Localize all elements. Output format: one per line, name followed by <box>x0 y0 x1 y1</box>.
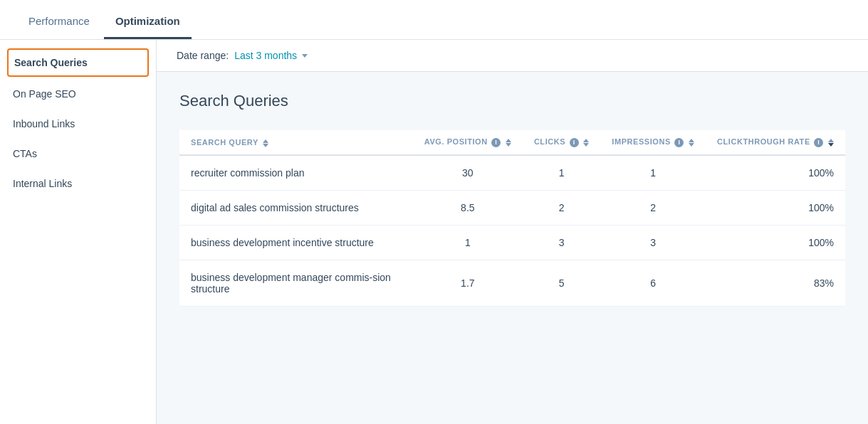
cell-clickthrough-rate: 83% <box>706 260 845 306</box>
sidebar: Search Queries On Page SEO Inbound Links… <box>0 40 157 424</box>
info-icon-impressions[interactable]: i <box>674 138 684 147</box>
sort-icon-clickthrough-rate[interactable] <box>828 139 834 147</box>
table-section: Search Queries SEARCH QUERY AVG. POSITIO… <box>157 72 868 327</box>
cell-clicks: 3 <box>523 225 600 260</box>
cell-query: business development incentive structure <box>179 225 413 260</box>
sort-icon-clicks[interactable] <box>583 139 589 147</box>
search-queries-table: SEARCH QUERY AVG. POSITION i <box>179 130 845 307</box>
date-range-picker[interactable]: Last 3 months <box>234 50 308 61</box>
tab-performance[interactable]: Performance <box>17 15 101 39</box>
content-area: Date range: Last 3 months Search Queries… <box>157 40 868 424</box>
date-range-label: Date range: <box>177 50 229 61</box>
info-icon-clickthrough-rate[interactable]: i <box>814 138 823 147</box>
sort-icon-impressions[interactable] <box>689 139 694 147</box>
date-range-value-text: Last 3 months <box>234 50 297 61</box>
cell-clickthrough-rate: 100% <box>706 155 845 191</box>
info-icon-clicks[interactable]: i <box>570 138 579 147</box>
cell-query: business development manager commis-sion… <box>179 260 413 306</box>
sort-icon-query[interactable] <box>263 139 268 147</box>
cell-impressions: 6 <box>600 260 706 306</box>
cell-clickthrough-rate: 100% <box>706 190 845 225</box>
top-tab-bar: Performance Optimization <box>0 0 868 40</box>
col-header-clicks: CLICKS i <box>523 130 600 155</box>
table-header-row: SEARCH QUERY AVG. POSITION i <box>179 130 845 155</box>
table-row: business development manager commis-sion… <box>179 260 845 306</box>
col-label-clicks: CLICKS <box>534 137 565 146</box>
tab-optimization[interactable]: Optimization <box>104 15 192 39</box>
col-header-query: SEARCH QUERY <box>179 130 413 155</box>
table-row: recruiter commission plan3011100% <box>179 155 845 191</box>
col-header-impressions: IMPRESSIONS i <box>600 130 706 155</box>
cell-avg-position: 8.5 <box>413 190 523 225</box>
sidebar-item-internal-links[interactable]: Internal Links <box>0 169 156 198</box>
sidebar-item-inbound-links[interactable]: Inbound Links <box>0 110 156 138</box>
col-label-avg-position: AVG. POSITION <box>424 137 488 146</box>
sidebar-item-search-queries[interactable]: Search Queries <box>7 48 149 77</box>
cell-avg-position: 30 <box>413 155 523 191</box>
table-row: digital ad sales commission structures8.… <box>179 190 845 225</box>
col-label-impressions: IMPRESSIONS <box>612 137 670 146</box>
cell-impressions: 2 <box>600 190 706 225</box>
cell-avg-position: 1.7 <box>413 260 523 306</box>
cell-clicks: 2 <box>523 190 600 225</box>
table-row: business development incentive structure… <box>179 225 845 260</box>
main-layout: Search Queries On Page SEO Inbound Links… <box>0 40 868 424</box>
cell-query: recruiter commission plan <box>179 155 413 191</box>
col-label-query: SEARCH QUERY <box>191 138 258 147</box>
cell-impressions: 3 <box>600 225 706 260</box>
cell-clickthrough-rate: 100% <box>706 225 845 260</box>
col-header-clickthrough-rate: CLICKTHROUGH RATE i <box>706 130 845 155</box>
info-icon-avg-position[interactable]: i <box>491 138 501 147</box>
cell-query: digital ad sales commission structures <box>179 190 413 225</box>
cell-clicks: 1 <box>523 155 600 191</box>
cell-impressions: 1 <box>600 155 706 191</box>
col-header-avg-position: AVG. POSITION i <box>413 130 523 155</box>
col-label-clickthrough-rate: CLICKTHROUGH RATE <box>717 137 810 146</box>
sort-icon-avg-position[interactable] <box>506 139 511 147</box>
cell-avg-position: 1 <box>413 225 523 260</box>
sidebar-item-ctas[interactable]: CTAs <box>0 139 156 168</box>
section-title: Search Queries <box>179 92 845 110</box>
date-range-bar: Date range: Last 3 months <box>157 40 868 72</box>
chevron-down-icon <box>302 54 308 58</box>
cell-clicks: 5 <box>523 260 600 306</box>
sidebar-item-on-page-seo[interactable]: On Page SEO <box>0 80 156 108</box>
